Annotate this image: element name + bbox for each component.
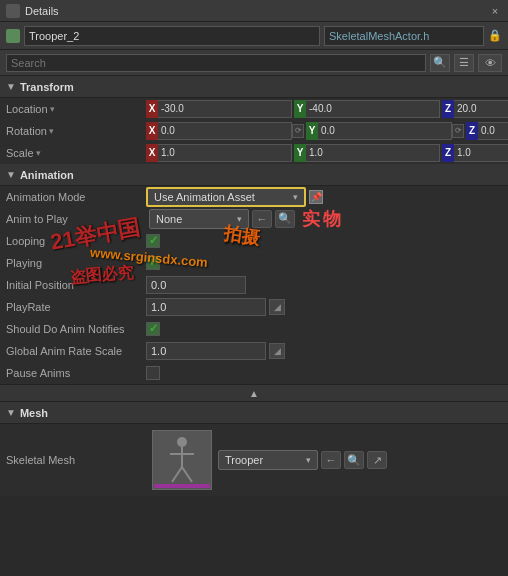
rotation-xyz: X ⟳ Y ⟳ Z ⟳ <box>146 122 508 140</box>
animation-mode-dropdown[interactable]: Use Animation Asset ▾ <box>146 187 306 207</box>
location-y-input[interactable] <box>306 100 440 118</box>
global-anim-rate-drag-icon[interactable]: ◢ <box>269 343 285 359</box>
mesh-search-button[interactable]: 🔍 <box>344 451 364 469</box>
playrate-label: PlayRate <box>6 301 146 313</box>
scale-z-field: Z <box>442 144 508 162</box>
anim-back-button[interactable]: ← <box>252 210 272 228</box>
playrate-drag-icon[interactable]: ◢ <box>269 299 285 315</box>
mesh-thumbnail <box>152 430 212 490</box>
rz-label: Z <box>466 122 478 140</box>
animation-mode-value: Use Animation Asset ▾ 📌 <box>146 187 502 207</box>
animation-mode-pin[interactable]: 📌 <box>309 190 323 204</box>
actor-icon <box>6 29 20 43</box>
sx-label: X <box>146 144 158 162</box>
skeletal-mesh-label: Skeletal Mesh <box>6 454 146 466</box>
anim-search-button[interactable]: 🔍 <box>275 210 295 228</box>
mesh-title: Mesh <box>20 407 48 419</box>
location-y-field: Y <box>294 100 440 118</box>
animation-mode-arrow: ▾ <box>293 192 298 202</box>
mesh-section-header[interactable]: ▼ Mesh <box>0 402 508 424</box>
rotation-y-field: Y ⟳ <box>306 122 464 140</box>
expand-row[interactable]: ▲ <box>0 384 508 402</box>
playing-label: Playing <box>6 257 146 269</box>
playrate-input[interactable] <box>146 298 266 316</box>
skeletal-mesh-row: Skeletal Mesh Trooper ▾ ← 🔍 ↗ <box>0 424 508 496</box>
mesh-controls: Trooper ▾ ← 🔍 ↗ <box>218 450 387 470</box>
animation-mode-text: Use Animation Asset <box>154 191 289 203</box>
anim-to-play-row: Anim to Play None ▾ ← 🔍 实 物 <box>0 208 508 230</box>
close-button[interactable]: × <box>488 4 502 18</box>
mesh-back-button[interactable]: ← <box>321 451 341 469</box>
looping-checkbox[interactable]: ✓ <box>146 234 160 248</box>
location-arrow: ▾ <box>50 104 55 114</box>
skeletal-mesh-dropdown[interactable]: Trooper ▾ <box>218 450 318 470</box>
animation-section-header[interactable]: ▼ Animation <box>0 164 508 186</box>
rotation-arrow: ▾ <box>49 126 54 136</box>
location-row: Location ▾ X Y Z ↺ <box>0 98 508 120</box>
lock-icon: 🔒 <box>488 29 502 43</box>
mesh-figure-svg <box>154 432 210 488</box>
animation-arrow: ▼ <box>6 169 16 180</box>
x-label: X <box>146 100 158 118</box>
location-z-field: Z <box>442 100 508 118</box>
anim-to-play-label: Anim to Play <box>6 213 146 225</box>
skeletal-mesh-dropdown-arrow: ▾ <box>306 455 311 465</box>
rotation-x-indicator: ⟳ <box>292 124 304 138</box>
view-button[interactable]: ☰ <box>454 54 474 72</box>
transform-arrow: ▼ <box>6 81 16 92</box>
scale-x-input[interactable] <box>158 144 292 162</box>
y-label: Y <box>294 100 306 118</box>
looping-value: ✓ <box>146 234 502 248</box>
animation-mode-row: Animation Mode Use Animation Asset ▾ 📌 <box>0 186 508 208</box>
rotation-z-input[interactable] <box>478 122 508 140</box>
search-input[interactable] <box>6 54 426 72</box>
rotation-y-input[interactable] <box>318 122 452 140</box>
actor-class-field[interactable] <box>324 26 484 46</box>
rotation-x-input[interactable] <box>158 122 292 140</box>
anim-notifies-label: Should Do Anim Notifies <box>6 323 146 335</box>
global-anim-rate-input[interactable] <box>146 342 266 360</box>
title-icon <box>6 4 20 18</box>
scale-x-field: X <box>146 144 292 162</box>
initial-position-input[interactable] <box>146 276 246 294</box>
global-anim-rate-value: ◢ <box>146 342 502 360</box>
title-bar: Details × <box>0 0 508 22</box>
anim-to-play-text: None <box>156 213 233 225</box>
playing-check-icon: ✓ <box>149 256 158 269</box>
search-button[interactable]: 🔍 <box>430 54 450 72</box>
transform-section-header[interactable]: ▼ Transform <box>0 76 508 98</box>
initial-position-label: Initial Position <box>6 279 146 291</box>
mesh-open-button[interactable]: ↗ <box>367 451 387 469</box>
actor-name-field[interactable] <box>24 26 320 46</box>
global-anim-rate-row: Global Anim Rate Scale ◢ <box>0 340 508 362</box>
skeletal-mesh-text: Trooper <box>225 454 302 466</box>
initial-position-row: Initial Position <box>0 274 508 296</box>
location-z-input[interactable] <box>454 100 508 118</box>
anim-notifies-row: Should Do Anim Notifies ✓ <box>0 318 508 340</box>
location-x-field: X <box>146 100 292 118</box>
svg-point-1 <box>177 437 187 447</box>
location-x-input[interactable] <box>158 100 292 118</box>
scale-y-input[interactable] <box>306 144 440 162</box>
anim-notifies-checkbox[interactable]: ✓ <box>146 322 160 336</box>
rotation-x-field: X ⟳ <box>146 122 304 140</box>
anim-notifies-check-icon: ✓ <box>149 322 158 335</box>
z-label: Z <box>442 100 454 118</box>
playing-row: Playing ✓ <box>0 252 508 274</box>
ry-label: Y <box>306 122 318 140</box>
eye-button[interactable]: 👁 <box>478 54 502 72</box>
pause-anims-checkbox[interactable] <box>146 366 160 380</box>
looping-row: Looping ✓ <box>0 230 508 252</box>
rotation-label: Rotation ▾ <box>6 125 146 137</box>
anim-to-play-dropdown[interactable]: None ▾ <box>149 209 249 229</box>
mesh-arrow: ▼ <box>6 407 16 418</box>
location-xyz: X Y Z ↺ <box>146 100 508 118</box>
watermark-char2: 物 <box>323 207 341 231</box>
playing-checkbox[interactable]: ✓ <box>146 256 160 270</box>
scale-y-field: Y <box>294 144 440 162</box>
actor-row: 🔒 <box>0 22 508 50</box>
rotation-z-field: Z ⟳ <box>466 122 508 140</box>
scale-z-input[interactable] <box>454 144 508 162</box>
pause-anims-value <box>146 366 502 380</box>
animation-mode-label: Animation Mode <box>6 191 146 203</box>
